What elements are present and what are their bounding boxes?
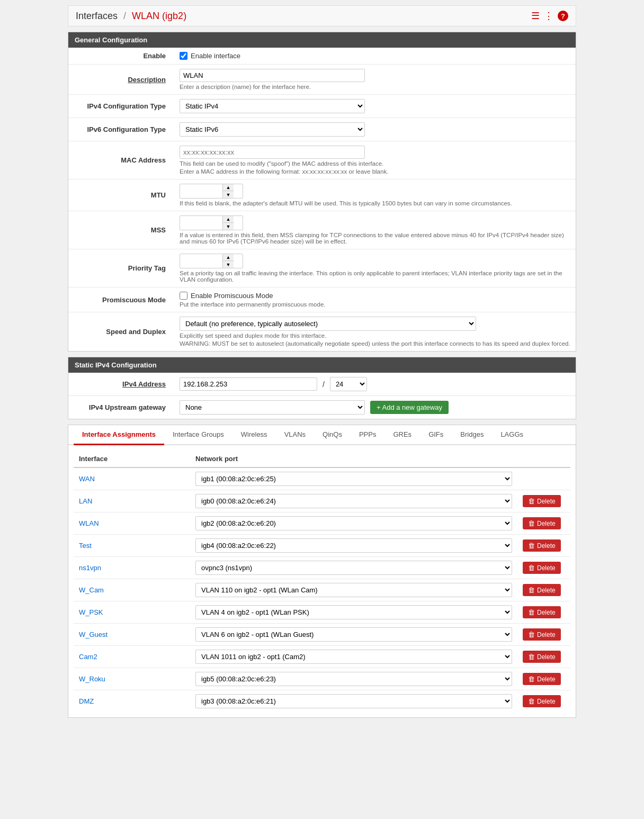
ipv6-config-type-select[interactable]: Static IPv6 None DHCPv6 SLAAC	[180, 122, 365, 137]
ipv4-address-input[interactable]	[180, 377, 317, 391]
enable-checkbox[interactable]	[180, 52, 187, 60]
breadcrumb-interfaces[interactable]: Interfaces	[76, 11, 118, 21]
mss-row: MSS ▲ ▼ If a value is entered in this fi…	[68, 211, 576, 249]
ipv4-config-type-select[interactable]: Static IPv4 None DHCP PPPoE	[180, 99, 365, 113]
mss-down-btn[interactable]: ▼	[223, 223, 234, 230]
speed-duplex-select[interactable]: Default (no preference, typically autose…	[180, 317, 476, 331]
ipv4-address-row: IPv4 Address / 24 8 16 25 32	[68, 373, 576, 396]
mtu-label: MTU	[68, 179, 174, 211]
interface-name-link[interactable]: W_Roku	[79, 675, 105, 683]
tab-vlans[interactable]: VLANs	[276, 425, 314, 445]
ipv4-gateway-select[interactable]: None	[180, 400, 365, 415]
enable-label: Enable	[68, 48, 174, 65]
trash-icon: 🗑	[528, 653, 535, 661]
priority-tag-down-btn[interactable]: ▼	[223, 261, 234, 268]
interface-name-link[interactable]: WAN	[79, 475, 95, 483]
network-port-select[interactable]: igb3 (00:08:a2:0c:e6:21)	[195, 694, 512, 708]
tab-laggs[interactable]: LAGGs	[492, 425, 532, 445]
tab-wireless[interactable]: Wireless	[232, 425, 276, 445]
settings-icon[interactable]: ☰	[531, 10, 540, 22]
delete-button[interactable]: 🗑 Delete	[523, 606, 561, 618]
description-input[interactable]	[180, 69, 365, 82]
network-port-select[interactable]: igb5 (00:08:a2:0c:e6:23)	[195, 672, 512, 686]
table-row: W_Rokuigb5 (00:08:a2:0c:e6:23)🗑 Delete	[74, 668, 570, 690]
add-gateway-button[interactable]: + Add a new gateway	[370, 401, 449, 414]
tab-bridges[interactable]: Bridges	[452, 425, 492, 445]
network-port-select[interactable]: VLAN 6 on igb2 - opt1 (WLan Guest)	[195, 627, 512, 642]
trash-icon: 🗑	[528, 542, 535, 550]
delete-button[interactable]: 🗑 Delete	[523, 695, 561, 707]
delete-button[interactable]: 🗑 Delete	[523, 673, 561, 685]
mtu-up-btn[interactable]: ▲	[223, 184, 234, 191]
speed-duplex-help2: WARNING: MUST be set to autoselect (auto…	[180, 340, 570, 347]
network-port-select[interactable]: igb4 (00:08:a2:0c:e6:22)	[195, 538, 512, 553]
ipv4-gateway-row: IPv4 Upstream gateway None + Add a new g…	[68, 396, 576, 419]
promiscuous-value: Enable Promiscuous Mode Put the interfac…	[174, 287, 576, 312]
enable-value: Enable interface	[174, 48, 576, 65]
network-port-select[interactable]: igb0 (00:08:a2:0c:e6:24)	[195, 494, 512, 508]
network-port-select[interactable]: igb2 (00:08:a2:0c:e6:20)	[195, 516, 512, 530]
delete-button[interactable]: 🗑 Delete	[523, 628, 561, 641]
delete-button[interactable]: 🗑 Delete	[523, 517, 561, 529]
tab-bar: Interface Assignments Interface Groups W…	[68, 425, 576, 445]
delete-button[interactable]: 🗑 Delete	[523, 562, 561, 574]
list-icon[interactable]: ⋮	[544, 10, 553, 22]
tab-interface-assignments[interactable]: Interface Assignments	[74, 425, 164, 445]
network-port-select[interactable]: VLAN 1011 on igb2 - opt1 (Cam2)	[195, 650, 512, 664]
network-port-select[interactable]: ovpnc3 (ns1vpn)	[195, 561, 512, 575]
priority-tag-row: Priority Tag ▲ ▼ Set a priority tag on a…	[68, 249, 576, 287]
delete-button[interactable]: 🗑 Delete	[523, 495, 561, 507]
priority-tag-value: ▲ ▼ Set a priority tag on all traffic le…	[174, 249, 576, 287]
trash-icon: 🗑	[528, 608, 535, 616]
mss-input[interactable]	[180, 217, 222, 229]
cidr-select[interactable]: 24 8 16 25 32	[330, 377, 367, 391]
delete-button[interactable]: 🗑 Delete	[523, 584, 561, 596]
delete-button[interactable]: 🗑 Delete	[523, 651, 561, 663]
tab-gres[interactable]: GREs	[384, 425, 420, 445]
priority-tag-input[interactable]	[180, 255, 222, 267]
network-port-select[interactable]: VLAN 110 on igb2 - opt1 (WLan Cam)	[195, 583, 512, 597]
network-port-cell: VLAN 110 on igb2 - opt1 (WLan Cam)	[190, 579, 517, 601]
tab-interface-groups[interactable]: Interface Groups	[164, 425, 232, 445]
action-cell: 🗑 Delete	[517, 601, 570, 624]
interface-name-cell: Test	[74, 535, 190, 557]
mac-address-label: MAC Address	[68, 141, 174, 179]
mtu-input[interactable]	[180, 185, 222, 197]
promiscuous-checkbox[interactable]	[180, 292, 187, 300]
mss-spinner: ▲ ▼	[180, 215, 243, 230]
tab-ppps[interactable]: PPPs	[351, 425, 385, 445]
help-icon[interactable]: ?	[558, 11, 568, 21]
network-port-select[interactable]: VLAN 4 on igb2 - opt1 (WLan PSK)	[195, 605, 512, 619]
interface-name-link[interactable]: Test	[79, 542, 92, 550]
ipv6-config-type-row: IPv6 Configuration Type Static IPv6 None…	[68, 118, 576, 141]
tab-gifs[interactable]: GIFs	[420, 425, 452, 445]
interfaces-thead: Interface Network port	[74, 451, 570, 467]
interface-name-link[interactable]: W_Cam	[79, 586, 104, 594]
page-title: Interfaces / WLAN (igb2)	[76, 11, 186, 22]
network-port-cell: igb4 (00:08:a2:0c:e6:22)	[190, 535, 517, 557]
interface-name-cell: WAN	[74, 467, 190, 490]
ipv4-address-label: IPv4 Address	[68, 373, 174, 396]
mac-address-value: This field can be used to modify ("spoof…	[174, 141, 576, 179]
interface-name-link[interactable]: LAN	[79, 497, 92, 505]
mtu-help: If this field is blank, the adapter's de…	[180, 200, 570, 206]
tab-qinqs[interactable]: QinQs	[314, 425, 351, 445]
interface-name-link[interactable]: W_Guest	[79, 631, 108, 638]
mac-address-input[interactable]	[180, 146, 365, 159]
trash-icon: 🗑	[528, 631, 535, 638]
network-port-cell: igb2 (00:08:a2:0c:e6:20)	[190, 512, 517, 535]
interface-name-link[interactable]: DMZ	[79, 697, 94, 705]
mtu-down-btn[interactable]: ▼	[223, 191, 234, 198]
interface-name-link[interactable]: Cam2	[79, 653, 97, 661]
mss-up-btn[interactable]: ▲	[223, 216, 234, 223]
promiscuous-help: Put the interface into permanently promi…	[180, 301, 570, 308]
interface-name-link[interactable]: ns1vpn	[79, 564, 101, 572]
network-port-select[interactable]: igb1 (00:08:a2:0c:e6:25)	[195, 472, 512, 486]
priority-tag-up-btn[interactable]: ▲	[223, 254, 234, 261]
interface-name-link[interactable]: W_PSK	[79, 608, 103, 616]
interface-name-link[interactable]: WLAN	[79, 519, 99, 527]
table-row: LANigb0 (00:08:a2:0c:e6:24)🗑 Delete	[74, 490, 570, 512]
page-header: Interfaces / WLAN (igb2) ☰ ⋮ ?	[68, 5, 576, 26]
delete-button[interactable]: 🗑 Delete	[523, 539, 561, 552]
description-help: Enter a description (name) for the inter…	[180, 84, 570, 90]
